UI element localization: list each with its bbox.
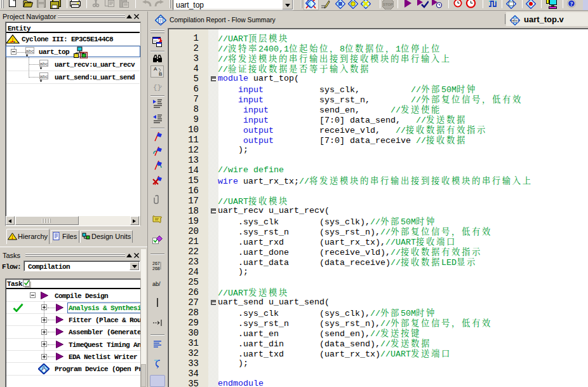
svg-text:abc: abc	[40, 74, 48, 79]
svg-text:{}: {}	[153, 84, 161, 92]
svg-text:A: A	[154, 66, 157, 72]
svg-text:267: 267	[152, 261, 160, 266]
svg-text:STOP: STOP	[383, 3, 393, 6]
svg-text:abc: abc	[40, 61, 48, 67]
svg-text:?: ?	[570, 1, 573, 7]
svg-text:abc: abc	[26, 48, 34, 54]
svg-text:ab/: ab/	[152, 281, 161, 287]
svg-text:268: 268	[152, 266, 160, 271]
svg-text:B: B	[159, 71, 162, 76]
svg-text:abc: abc	[512, 18, 518, 22]
